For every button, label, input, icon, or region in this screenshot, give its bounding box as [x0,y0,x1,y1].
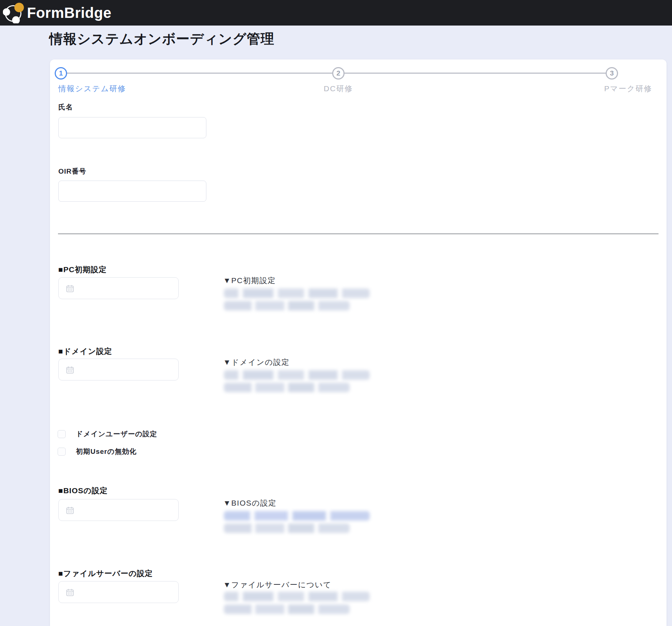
section-heading-bios-setup: ■BIOSの設定 [58,486,108,496]
file-server-blurred-text-line [224,592,370,601]
domain-setup-blurred-text-line [224,370,370,380]
calendar-icon [66,285,74,294]
domain-user-setup-checkbox-label[interactable]: ドメインユーザーの設定 [76,429,157,439]
domain-setup-date-input[interactable] [78,359,177,380]
initial-user-disable-checkbox-label[interactable]: 初期Userの無効化 [76,447,137,456]
brand-name: FormBridge [27,5,112,21]
file-server-blurred-text-line [224,604,350,614]
file-server-info-heading: ▼ファイルサーバーについて [223,580,331,590]
name-field-label: 氏名 [58,103,73,112]
step-1-label: 情報システム研修 [58,84,126,94]
calendar-icon [66,588,74,598]
initial-user-disable-checkbox-row[interactable]: 初期Userの無効化 [58,447,137,456]
step-1-indicator: 1 [55,67,67,80]
step-3-label: Pマーク研修 [604,84,652,94]
bios-setup-blurred-text-line [224,523,350,533]
calendar-icon [66,366,74,375]
section-heading-file-server-setup: ■ファイルサーバーの設定 [58,568,153,579]
pc-setup-date-field[interactable] [58,277,179,299]
domain-user-setup-checkbox[interactable] [58,430,66,438]
domain-user-setup-checkbox-row[interactable]: ドメインユーザーの設定 [58,429,157,439]
oir-number-field-label: OIR番号 [58,167,86,176]
domain-setup-info-heading: ▼ドメインの設定 [223,357,290,367]
page-title: 情報システムオンボーディング管理 [49,30,275,48]
oir-number-input[interactable] [58,181,206,202]
file-server-date-input[interactable] [78,581,177,603]
form-card: 1 2 3 情報システム研修 DC研修 Pマーク研修 氏名 OIR番号 ■PC初… [50,59,667,626]
pc-setup-info-heading: ▼PC初期設定 [223,275,276,286]
bios-setup-date-input[interactable] [78,499,177,521]
section-heading-domain-setup: ■ドメイン設定 [58,346,112,356]
pc-setup-date-input[interactable] [78,278,177,299]
bios-setup-date-field[interactable] [58,499,179,521]
bios-setup-blurred-link-line [224,511,370,521]
section-divider [58,233,659,234]
step-2-indicator: 2 [332,67,345,80]
domain-setup-date-field[interactable] [58,359,179,380]
file-server-date-field[interactable] [58,581,179,603]
pc-setup-blurred-text-line [224,301,350,310]
calendar-icon [66,506,74,516]
formbridge-logo-icon [3,1,24,25]
domain-setup-blurred-text-line [224,383,350,392]
pc-setup-blurred-text-line [224,289,370,298]
app-header: FormBridge [0,0,672,26]
brand-link[interactable]: FormBridge [3,1,112,25]
section-heading-pc-setup: ■PC初期設定 [58,264,107,275]
step-3-indicator: 3 [606,67,618,80]
initial-user-disable-checkbox[interactable] [58,448,66,456]
bios-setup-info-heading: ▼BIOSの設定 [223,498,276,508]
step-2-label: DC研修 [324,84,353,94]
name-input[interactable] [58,117,206,138]
